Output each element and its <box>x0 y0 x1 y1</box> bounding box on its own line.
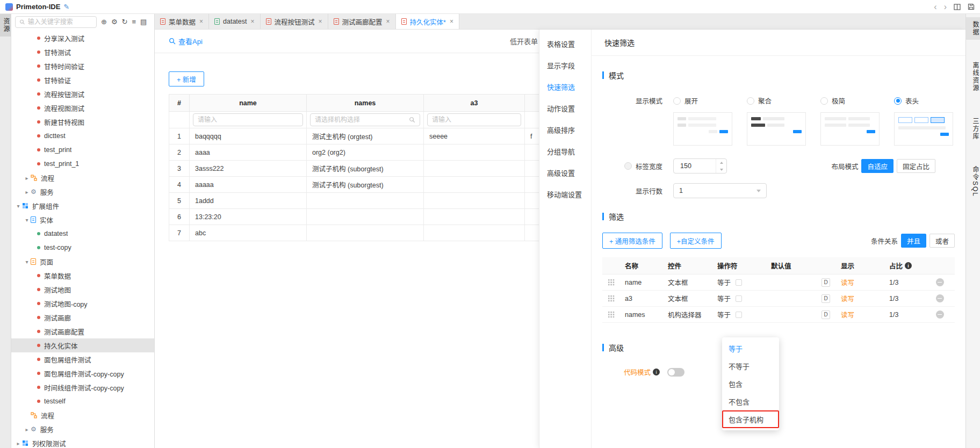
display-mode-value[interactable]: 读写 <box>838 293 886 304</box>
delete-icon[interactable] <box>936 294 944 302</box>
right-rail-tab[interactable]: 数据 <box>966 17 980 40</box>
drag-handle-icon[interactable] <box>608 295 615 302</box>
tree-item[interactable]: 流程 <box>11 408 154 422</box>
mode-preview-expand[interactable] <box>673 112 732 146</box>
display-mode-value[interactable]: 读写 <box>838 309 886 320</box>
editor-tab[interactable]: 测试画廊配置× <box>328 14 396 29</box>
tree-item[interactable]: 新建甘特视图 <box>11 115 154 129</box>
add-common-filter-button[interactable]: + 通用筛选条件 <box>602 233 662 249</box>
code-mode-toggle[interactable] <box>667 368 684 377</box>
operator-option[interactable]: 不包含 <box>722 393 779 410</box>
table-row[interactable]: 2aaaaorg2 (org2) <box>169 144 539 161</box>
tree-item[interactable]: 菜单数据 <box>11 269 154 283</box>
tree-item[interactable]: 流程视图测试 <box>11 101 154 115</box>
close-icon[interactable]: × <box>251 18 255 25</box>
settings-menu-item[interactable]: 快速筛选 <box>539 76 591 97</box>
tree-item[interactable]: 甘特测试 <box>11 45 154 59</box>
tree-item[interactable]: ▸流程 <box>11 171 154 185</box>
close-icon[interactable]: × <box>319 18 322 25</box>
relation-button-0[interactable]: 并且 <box>901 234 926 248</box>
tree-item[interactable]: 测试地图-copy <box>11 297 154 310</box>
operator-option[interactable]: 等于 <box>722 339 779 357</box>
edit-icon[interactable]: ✎ <box>63 3 69 11</box>
chevron-right-icon[interactable]: ▸ <box>23 175 31 181</box>
left-rail-tab[interactable]: 资源 <box>0 14 11 37</box>
operator-option[interactable]: 包含 <box>722 375 779 393</box>
tree-item[interactable]: testself <box>11 394 154 408</box>
tree-item[interactable]: ▸⚙服务 <box>11 422 154 436</box>
tree-item[interactable]: 测试画廊配置 <box>11 324 154 338</box>
default-value-badge[interactable]: D <box>822 294 830 303</box>
mode-radio-option[interactable]: 展开 <box>673 96 747 106</box>
filter-input-a3-field[interactable] <box>432 116 516 124</box>
tree-item[interactable]: 流程按钮测试 <box>11 87 154 101</box>
close-icon[interactable]: × <box>386 18 390 25</box>
stepper-up-icon[interactable] <box>716 159 726 166</box>
filter-input-a3[interactable] <box>427 113 521 126</box>
save-icon[interactable] <box>968 3 975 10</box>
delete-icon[interactable] <box>936 278 944 286</box>
table-row[interactable]: 7abc <box>169 225 539 241</box>
checkbox[interactable] <box>736 295 742 302</box>
nav-back-icon[interactable]: ‹ <box>934 3 936 11</box>
label-width-input[interactable]: 150 <box>673 158 727 174</box>
operator-option[interactable]: 包含子机构 <box>722 410 779 428</box>
chevron-down-icon[interactable]: ▾ <box>23 259 31 265</box>
delete-icon[interactable] <box>936 310 944 319</box>
operator-option[interactable]: 不等于 <box>722 357 779 375</box>
gear-icon[interactable]: ⚙ <box>111 18 118 25</box>
table-row[interactable]: 33asss222测试子机构 (suborgtest) <box>169 161 539 177</box>
tree-item[interactable]: ▾实体 <box>11 213 154 227</box>
editor-tab[interactable]: 菜单数据× <box>155 14 209 29</box>
settings-menu-item[interactable]: 表格设置 <box>539 33 591 54</box>
filter-operator-cell[interactable]: 等于 <box>714 309 768 320</box>
display-mode-value[interactable]: 读写 <box>838 277 886 287</box>
add-custom-filter-button[interactable]: +自定义条件 <box>670 233 722 249</box>
chevron-down-icon[interactable]: ▾ <box>23 217 31 223</box>
editor-tab[interactable]: datatest× <box>209 14 261 29</box>
checkbox[interactable] <box>736 312 742 318</box>
radio-icon[interactable] <box>747 97 754 105</box>
sidebar-search[interactable] <box>15 16 97 28</box>
filter-operator-cell[interactable]: 等于 <box>714 277 768 287</box>
right-rail-tab[interactable]: 命令SQL <box>966 162 980 201</box>
chevron-right-icon[interactable]: ▸ <box>23 189 31 195</box>
nav-forward-icon[interactable]: › <box>944 3 947 11</box>
editor-tab[interactable]: 流程按钮测试× <box>261 14 328 29</box>
right-rail-tab[interactable]: 三方库 <box>966 114 980 144</box>
settings-menu-item[interactable]: 动作设置 <box>539 97 591 119</box>
mode-preview-header[interactable] <box>894 112 953 146</box>
table-row[interactable]: 4aaaaa测试子机构 (suborgtest) <box>169 177 539 193</box>
tree-item[interactable]: datatest <box>11 227 154 241</box>
tree-item[interactable]: 持久化实体 <box>11 338 154 352</box>
sort-icon[interactable]: ≡ <box>132 18 136 25</box>
stepper-down-icon[interactable] <box>716 166 726 173</box>
refresh-icon[interactable]: ↻ <box>122 18 128 25</box>
low-code-form-link[interactable]: 低开表单 <box>510 36 538 46</box>
view-api-link[interactable]: 查看Api <box>169 36 203 46</box>
panel-icon[interactable]: ▤ <box>140 18 147 25</box>
layout-mode-button-1[interactable]: 固定占比 <box>897 159 935 173</box>
settings-menu-item[interactable]: 显示字段 <box>539 54 591 76</box>
tree-item[interactable]: ▸列权限测试 <box>11 436 154 448</box>
filter-input-name-field[interactable] <box>198 116 298 124</box>
settings-menu-item[interactable]: 高级排序 <box>539 119 591 140</box>
close-icon[interactable]: × <box>199 18 203 25</box>
tree-item[interactable]: 测试画廊 <box>11 310 154 324</box>
tree-item[interactable]: ▾页面 <box>11 255 154 269</box>
mode-radio-option[interactable]: 表头 <box>894 96 965 106</box>
tree-item[interactable]: ▸⚙服务 <box>11 185 154 199</box>
close-icon[interactable]: × <box>450 18 453 25</box>
tree-item[interactable]: 时间线组件测试-copy-copy <box>11 380 154 394</box>
drag-handle-icon[interactable] <box>608 279 615 286</box>
tree-item[interactable]: test-copy <box>11 241 154 255</box>
filter-operator-cell[interactable]: 等于 <box>714 293 768 304</box>
mode-radio-option[interactable]: 聚合 <box>747 96 820 106</box>
relation-button-1[interactable]: 或者 <box>929 234 955 248</box>
tree-item[interactable]: 甘特时间验证 <box>11 59 154 73</box>
settings-menu-item[interactable]: 分组导航 <box>539 140 591 162</box>
filter-input-name[interactable] <box>193 113 303 126</box>
radio-icon[interactable] <box>894 97 902 105</box>
mode-preview-minimal[interactable] <box>820 112 880 146</box>
tree-item[interactable]: test_print_1 <box>11 157 154 171</box>
